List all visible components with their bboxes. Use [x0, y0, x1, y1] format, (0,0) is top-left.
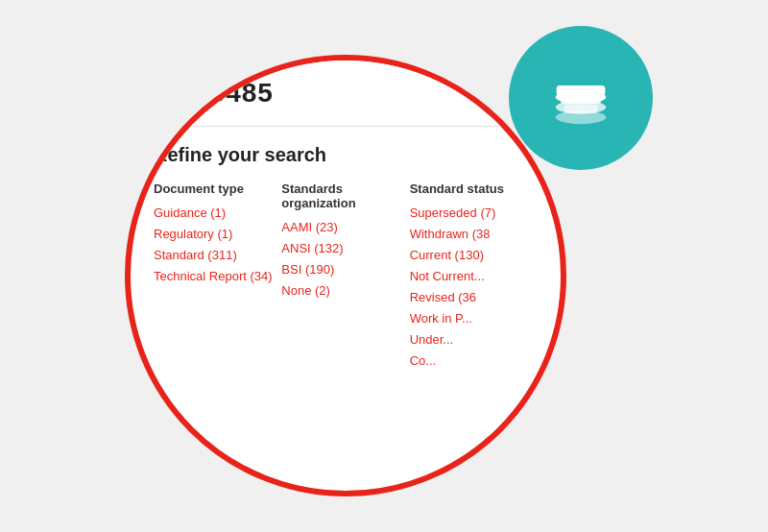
refine-section: Refine your search Document type Guidanc…: [131, 127, 561, 384]
scene: 13485 Refine your search Document type G…: [96, 26, 672, 506]
filter-revised[interactable]: Revised (36: [410, 290, 538, 304]
filter-bsi[interactable]: BSI (190): [281, 262, 409, 277]
doc-type-column: Document type Guidance (1) Regulatory (1…: [154, 181, 281, 375]
filter-current[interactable]: Current (130): [410, 248, 538, 262]
filter-under[interactable]: Under...: [410, 332, 538, 347]
filter-standard[interactable]: Standard (311): [154, 248, 281, 262]
main-circle: 13485 Refine your search Document type G…: [125, 55, 566, 496]
filter-none[interactable]: None (2): [281, 283, 409, 298]
filter-aami[interactable]: AAMI (23): [281, 220, 409, 234]
filter-technical-report[interactable]: Technical Report (34): [154, 269, 281, 283]
standards-org-header: Standards organization: [281, 181, 409, 210]
search-icon: [154, 78, 180, 109]
filter-ansi[interactable]: ANSI (132): [281, 241, 409, 255]
filter-regulatory[interactable]: Regulatory (1): [154, 227, 281, 241]
svg-rect-3: [557, 85, 606, 96]
filter-columns: Document type Guidance (1) Regulatory (1…: [154, 181, 538, 375]
filter-co[interactable]: Co...: [410, 353, 538, 368]
search-value: 13485: [194, 78, 274, 109]
refine-title: Refine your search: [154, 144, 538, 166]
svg-rect-4: [561, 95, 601, 104]
card-content: 13485 Refine your search Document type G…: [131, 60, 561, 491]
standard-status-column: Standard status Superseded (7) Withdrawn…: [410, 181, 538, 375]
teal-circle: [509, 26, 653, 170]
doc-type-header: Document type: [154, 181, 281, 196]
svg-rect-5: [564, 105, 598, 113]
filter-work-in[interactable]: Work in P...: [410, 311, 538, 326]
filter-withdrawn[interactable]: Withdrawn (38: [410, 227, 538, 241]
filter-superseded[interactable]: Superseded (7): [410, 206, 538, 220]
standards-org-column: Standards organization AAMI (23) ANSI (1…: [281, 181, 409, 375]
svg-line-7: [170, 94, 179, 103]
layers-icon: [547, 64, 614, 132]
standard-status-header: Standard status: [410, 181, 538, 196]
filter-not-current[interactable]: Not Current...: [410, 269, 538, 283]
filter-guidance[interactable]: Guidance (1): [154, 206, 281, 220]
search-bar: 13485: [131, 60, 561, 127]
